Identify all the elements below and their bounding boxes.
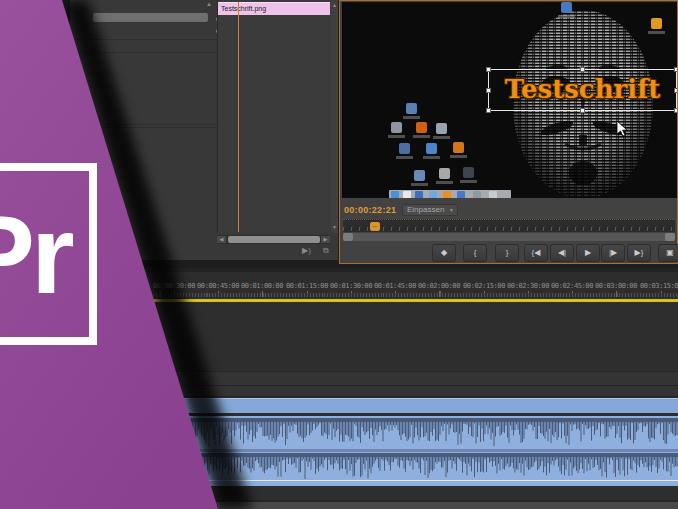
selection-handle[interactable]: [674, 88, 677, 93]
ruler-timecode: 00:02:45:00: [550, 282, 594, 290]
mini-timeline-ticks: [343, 227, 675, 231]
collapsed-track: [0, 386, 678, 396]
collapse-arrow-icon[interactable]: ▲: [206, 1, 212, 7]
go-to-out-button[interactable]: ▶}: [627, 244, 651, 262]
ruler-timecode: 00:01:45:00: [373, 282, 417, 290]
row-divider: [70, 52, 218, 53]
selection-handle[interactable]: [486, 67, 491, 72]
premiere-pro-logo-text: Pr: [0, 171, 89, 337]
go-to-in-button[interactable]: {◀: [524, 244, 548, 262]
audio-waveform: [0, 416, 678, 486]
row-divider: [70, 39, 218, 40]
desktop-shortcut-icon: [399, 143, 410, 154]
zoom-level-value: Einpassen: [407, 205, 444, 214]
scrollbar-handle[interactable]: [343, 233, 353, 241]
toggle-effects-icon[interactable]: ⧉: [323, 246, 329, 256]
scrollbar-handle[interactable]: [665, 233, 675, 241]
desktop-shortcut-icon: [426, 143, 437, 154]
work-area-bar[interactable]: [0, 299, 678, 302]
play-button[interactable]: ▶: [576, 244, 600, 262]
step-forward-button[interactable]: |▶: [601, 244, 625, 262]
ruler-minor-ticks: [0, 293, 678, 297]
ruler-timecode: 00:02:00:00: [417, 282, 461, 290]
selection-handle[interactable]: [674, 67, 677, 72]
scroll-left-icon[interactable]: ◀: [217, 236, 226, 243]
row-divider: [70, 127, 218, 128]
desktop-shortcut-icon: [453, 142, 464, 153]
selection-handle[interactable]: [486, 88, 491, 93]
recorded-desktop-taskbar: [389, 190, 511, 198]
track-divider: [0, 396, 678, 397]
effect-controls-panel: ▲ ↺ ↺ Testschrift.png ▲ ▼ ◀ ▶ ▶) ⧉: [70, 0, 338, 260]
effect-timeline-playhead[interactable]: [238, 2, 239, 232]
desktop-shortcut-icon: [391, 122, 402, 133]
scrollbar-thumb[interactable]: [228, 236, 320, 243]
timeline-footer-strip: [0, 501, 678, 509]
title-selection-box[interactable]: Testschrift: [488, 69, 677, 111]
desktop-shortcut-icon: [439, 168, 450, 179]
desktop-shortcut-icon: [561, 2, 572, 13]
add-marker-button[interactable]: ◆: [432, 244, 456, 262]
desktop-shortcut-icon: [416, 122, 427, 133]
ruler-timecode: 00:01:15:00: [285, 282, 329, 290]
desktop-shortcut-icon: [463, 167, 474, 178]
premiere-pro-screenshot: ▲ ↺ ↺ Testschrift.png ▲ ▼ ◀ ▶ ▶) ⧉: [0, 0, 678, 509]
title-overlay-text[interactable]: Testschrift: [489, 74, 676, 104]
ruler-timecode: 00:01:30:00: [329, 282, 373, 290]
vertical-scrollbar[interactable]: ▲ ▼: [331, 0, 338, 233]
ruler-timecode: 00:00:45:00: [196, 282, 240, 290]
monitor-mini-timeline[interactable]: ··: [343, 219, 675, 232]
timeline-ruler[interactable]: 00:00:30:00 00:00:45:00 00:01:00:00 00:0…: [0, 272, 678, 299]
video-preview: Testschrift: [342, 2, 677, 198]
collapsed-track: [0, 372, 678, 385]
timeline-panel: 00:00:30:00 00:00:45:00 00:01:00:00 00:0…: [0, 268, 678, 509]
desktop-shortcut-icon: [414, 170, 425, 181]
parameter-slider[interactable]: [93, 13, 208, 22]
monitor-playhead[interactable]: ··: [370, 222, 380, 231]
horizontal-scrollbar[interactable]: ◀ ▶: [217, 235, 330, 244]
premiere-pro-logo: Pr: [0, 163, 97, 345]
video-clip[interactable]: [0, 398, 678, 413]
scroll-down-icon[interactable]: ▼: [332, 224, 337, 230]
mouse-cursor-icon: [616, 120, 628, 137]
ruler-timecode: 00:03:00:00: [594, 282, 638, 290]
ruler-timecode: 00:00:30:00: [152, 282, 196, 290]
selection-handle[interactable]: [580, 108, 585, 113]
play-audio-icon[interactable]: ▶): [302, 246, 311, 255]
scroll-right-icon[interactable]: ▶: [321, 236, 330, 243]
row-divider: [70, 124, 218, 125]
mark-out-button[interactable]: }: [495, 244, 519, 262]
ruler-timecode: 00:02:30:00: [506, 282, 550, 290]
desktop-shortcut-icon: [406, 103, 417, 114]
audio-clip[interactable]: [0, 416, 678, 486]
ruler-timecode: 00:03:15:00: [639, 282, 678, 290]
effect-timeline-area: [218, 0, 331, 233]
ruler-timecode: 00:02:15:00: [462, 282, 506, 290]
monitor-zoom-scrollbar[interactable]: [343, 233, 675, 241]
selection-handle[interactable]: [674, 108, 677, 113]
chevron-down-icon: ▼: [449, 205, 454, 215]
desktop-shortcut-icon: [651, 18, 662, 29]
desktop-shortcut-icon: [436, 123, 447, 134]
export-frame-button[interactable]: ▣: [658, 244, 678, 262]
scroll-up-icon[interactable]: ▲: [332, 2, 337, 8]
clip-duration-bar[interactable]: Testschrift.png: [218, 2, 330, 15]
selection-handle[interactable]: [580, 67, 585, 72]
step-back-button[interactable]: ◀|: [550, 244, 574, 262]
mark-in-button[interactable]: {: [463, 244, 487, 262]
zoom-level-dropdown[interactable]: Einpassen ▼: [402, 204, 458, 216]
current-timecode[interactable]: 00:00:22:21: [344, 205, 396, 215]
selection-handle[interactable]: [486, 108, 491, 113]
program-monitor-panel: Testschrift 00:00:22:21 Einpassen ▼ ··: [339, 0, 678, 264]
ruler-timecode: 00:01:00:00: [240, 282, 284, 290]
